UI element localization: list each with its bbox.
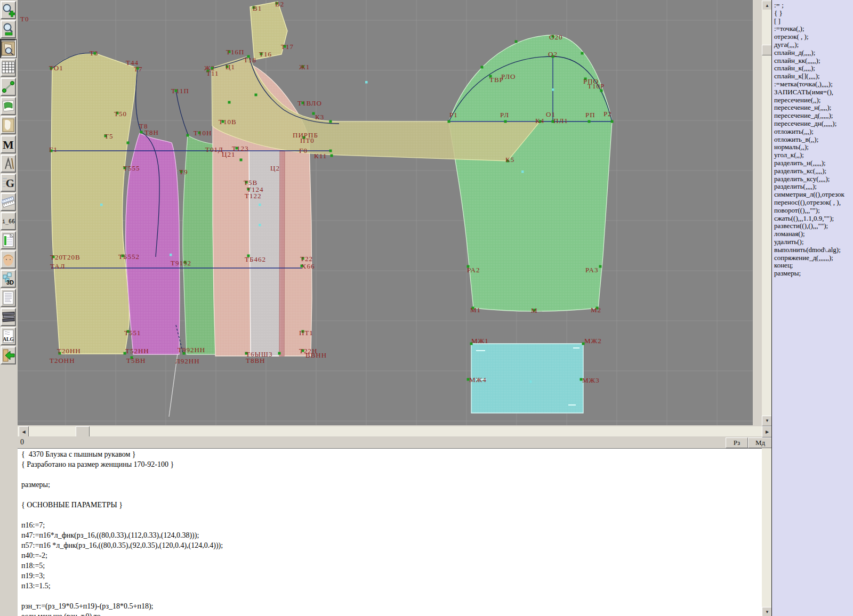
zoom-in-button[interactable] — [1, 1, 16, 19]
command-item[interactable]: разделить_кс(,,,,); — [772, 167, 853, 175]
canvas-vscroll-down-icon[interactable]: ▼ — [762, 416, 772, 426]
point-marker[interactable] — [599, 265, 602, 268]
command-item[interactable]: удалить(); — [772, 238, 853, 246]
view-3d-button[interactable]: 3D — [1, 270, 16, 288]
point-marker[interactable] — [240, 159, 243, 161]
point-marker[interactable] — [127, 142, 130, 144]
drawing-canvas[interactable]: Т0В1В2Т3Т44Т7ТО1Т16ПТ16Т17Т18Ж2Ц1Ж1Т11Т1… — [18, 0, 753, 425]
command-item[interactable]: пересечение(,,); — [772, 96, 853, 104]
command-item[interactable]: разделить(,,,,); — [772, 182, 853, 190]
command-item[interactable]: перенос((),отрезок( , ), — [772, 198, 853, 206]
piece-handle[interactable] — [529, 380, 532, 383]
preview-button[interactable] — [1, 97, 16, 115]
canvas-vscroll-shaft[interactable] — [762, 10, 771, 416]
editor-vscroll-down-icon[interactable]: ▼ — [762, 607, 772, 616]
rulers-button[interactable] — [1, 193, 16, 211]
construct-button[interactable] — [1, 155, 16, 173]
point-label: МЖ3 — [582, 376, 600, 384]
point-marker[interactable] — [611, 120, 614, 123]
command-item[interactable]: сплайн_д(,,,,); — [772, 48, 853, 56]
command-item[interactable]: конец; — [772, 261, 853, 269]
algorithm-editor[interactable]: { 4370 Блузка с пышным рукавом }{ Разраб… — [18, 448, 762, 616]
point-marker[interactable] — [140, 131, 143, 134]
document-button[interactable] — [1, 289, 16, 307]
size-table-button[interactable] — [1, 231, 16, 249]
interface-i66-button[interactable]: i_66. — [1, 212, 16, 230]
algorithm-button[interactable]: ALG — [1, 327, 16, 345]
point-marker[interactable] — [504, 120, 507, 123]
command-item[interactable]: дуга(,,,); — [772, 40, 853, 48]
piece-handle[interactable] — [552, 88, 554, 91]
point-label: Т52НН — [125, 347, 149, 355]
command-item[interactable]: поворот((),,,""); — [772, 206, 853, 214]
command-item[interactable]: ломаная(); — [772, 230, 853, 238]
canvas-hscroll-thumb[interactable] — [76, 426, 90, 437]
exit-button[interactable] — [1, 346, 16, 364]
measurements-button[interactable]: M — [1, 135, 16, 153]
point-marker[interactable] — [255, 94, 257, 96]
point-label: Т10Р — [588, 82, 605, 90]
command-item[interactable]: сплайн_кк(,,,,,); — [772, 56, 853, 64]
pattern-sheet-button[interactable] — [1, 116, 16, 134]
zoom-out-button[interactable] — [1, 20, 16, 38]
canvas-hscroll-left-icon[interactable]: ◀ — [19, 426, 29, 437]
command-item[interactable]: ЗАПИСАТЬ(имя=(), — [772, 88, 853, 96]
command-item[interactable]: := ; — [772, 1, 853, 9]
command-item[interactable]: развести((),(),,,""); — [772, 222, 853, 230]
canvas-hscroll-shaft[interactable] — [18, 426, 762, 436]
canvas-vscroll-thumb[interactable] — [762, 45, 772, 55]
rulers-icon — [2, 195, 15, 209]
command-item[interactable]: разделить_н(,,,,,); — [772, 159, 853, 167]
point-marker[interactable] — [312, 112, 315, 115]
piece-handle[interactable] — [100, 204, 103, 206]
model-photo-button[interactable] — [1, 250, 16, 269]
point-marker[interactable] — [581, 52, 584, 55]
command-item[interactable]: пересечение_д(,,,,,); — [772, 111, 853, 119]
point-marker[interactable] — [228, 101, 231, 104]
command-item[interactable]: сплайн_к(,,,,); — [772, 64, 853, 72]
rz-button[interactable]: Рз — [726, 437, 748, 448]
command-item[interactable]: симметрия_л((),отрезок — [772, 190, 853, 198]
piece-handle[interactable] — [521, 171, 524, 173]
command-item[interactable]: :=точка(,); — [772, 25, 853, 33]
md-button[interactable]: Мд — [748, 437, 772, 448]
point-marker[interactable] — [187, 134, 189, 137]
command-item[interactable]: нормаль(,,); — [772, 143, 853, 151]
point-marker[interactable] — [329, 150, 332, 152]
command-item[interactable]: размеры; — [772, 269, 853, 277]
grid-button[interactable] — [1, 59, 16, 77]
point-marker[interactable] — [331, 155, 333, 157]
command-item[interactable]: отложить_в(,,); — [772, 135, 853, 143]
command-item[interactable]: сплайн_к[](,,,,); — [772, 72, 853, 80]
command-item[interactable]: отложить(,,,); — [772, 127, 853, 135]
command-item[interactable]: сжать((),,,1.1,0.9,""); — [772, 214, 853, 222]
piece-handle[interactable] — [170, 254, 172, 256]
command-item[interactable]: отрезок( , ); — [772, 33, 853, 40]
segment-button[interactable] — [1, 78, 16, 96]
command-item[interactable]: выполнить(dmod\.alg); — [772, 246, 853, 254]
point-marker[interactable] — [448, 120, 450, 123]
point-marker[interactable] — [515, 40, 518, 43]
editor-vscroll-shaft[interactable] — [762, 448, 771, 607]
command-item[interactable]: пересечение_н(,,,,); — [772, 103, 853, 111]
command-item[interactable]: угол_к(,,); — [772, 151, 853, 159]
command-item[interactable]: пересечение_дн(,,,,,); — [772, 119, 853, 127]
piece-handle[interactable] — [259, 224, 261, 226]
piece-handle[interactable] — [259, 204, 261, 206]
command-item[interactable]: [ ] — [772, 17, 853, 25]
command-item[interactable]: { } — [772, 9, 853, 17]
canvas-hscroll-right-icon[interactable]: ▶ — [762, 426, 772, 437]
point-marker[interactable] — [481, 66, 484, 69]
grafis-button[interactable]: G — [1, 174, 16, 192]
point-marker[interactable] — [588, 120, 591, 123]
point-label: В2 — [275, 0, 284, 8]
piece-handle[interactable] — [365, 81, 368, 84]
point-label: ВВНН — [305, 351, 327, 359]
command-item[interactable]: сопряжение_д(,,,,,,); — [772, 254, 853, 262]
command-item[interactable]: разделить_ксу(,,,,); — [772, 175, 853, 183]
view-pattern-button[interactable] — [1, 39, 16, 58]
point-marker[interactable] — [278, 352, 281, 355]
point-marker[interactable] — [329, 120, 332, 123]
command-item[interactable]: :=метка(точка(,),,,,); — [772, 80, 853, 88]
library-button[interactable] — [1, 308, 16, 326]
